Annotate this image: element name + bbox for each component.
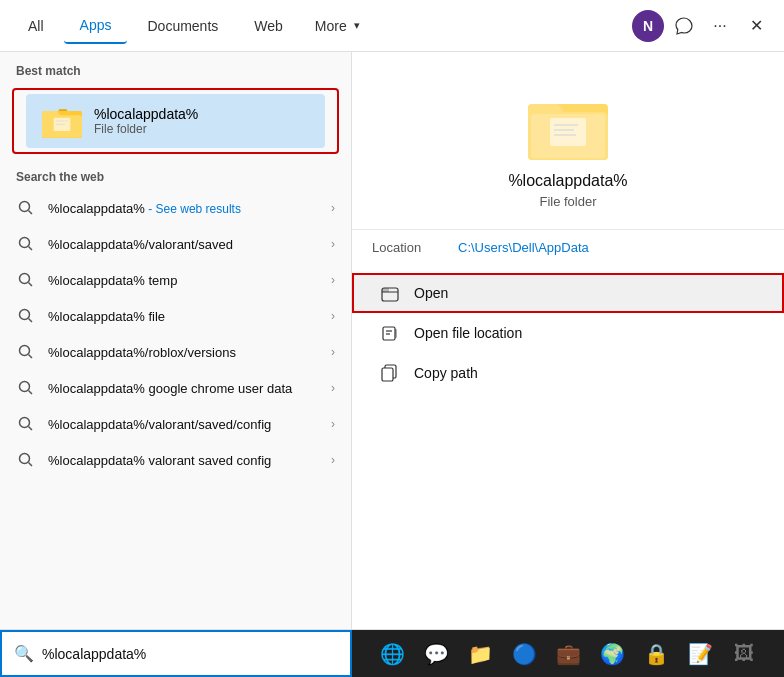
copy-icon <box>380 363 400 383</box>
open-icon <box>380 283 400 303</box>
search-item-text-0: %localappdata% - See web results <box>48 201 319 216</box>
chevron-right-icon: › <box>331 453 335 467</box>
search-magnifier-icon <box>16 342 36 362</box>
taskbar-icon-vpn[interactable]: 🔒 <box>638 636 674 672</box>
action-label-2: Copy path <box>414 365 478 381</box>
taskbar-icon-watermark[interactable]: 🖼 <box>726 636 762 672</box>
svg-point-9 <box>20 238 30 248</box>
search-magnifier-icon <box>16 414 36 434</box>
tab-documents[interactable]: Documents <box>131 8 234 44</box>
taskbar: 🌐💬📁🔵💼🌍🔒📝🖼 <box>352 630 784 677</box>
taskbar-icon-earth[interactable]: 🌍 <box>594 636 630 672</box>
main-container: Best match <box>0 52 784 629</box>
location-label: Location <box>372 240 442 255</box>
taskbar-icon-slack[interactable]: 💼 <box>550 636 586 672</box>
ellipsis-icon[interactable]: ··· <box>704 10 736 42</box>
preview-folder-icon <box>528 92 608 160</box>
svg-line-14 <box>29 319 33 323</box>
search-item-4[interactable]: %localappdata%/roblox/versions› <box>0 334 351 370</box>
preview-subtitle: File folder <box>539 194 596 209</box>
chevron-right-icon: › <box>331 309 335 323</box>
more-chevron-icon: ▾ <box>354 19 360 32</box>
search-item-7[interactable]: %localappdata% valorant saved config› <box>0 442 351 478</box>
right-panel: %localappdata% File folder Location C:\U… <box>352 52 784 629</box>
search-item-text-7: %localappdata% valorant saved config <box>48 453 319 468</box>
svg-point-19 <box>20 418 30 428</box>
feedback-icon[interactable] <box>668 10 700 42</box>
tab-more[interactable]: More ▾ <box>303 12 372 40</box>
action-item-copy-path[interactable]: Copy path <box>352 353 784 393</box>
chevron-right-icon: › <box>331 273 335 287</box>
tab-web[interactable]: Web <box>238 8 299 44</box>
chevron-right-icon: › <box>331 417 335 431</box>
folder-preview: %localappdata% File folder <box>508 92 627 209</box>
chevron-right-icon: › <box>331 237 335 251</box>
svg-rect-36 <box>382 368 393 381</box>
svg-rect-25 <box>550 118 586 146</box>
folder-icon <box>42 104 82 138</box>
search-item-5[interactable]: %localappdata% google chrome user data› <box>0 370 351 406</box>
best-match-info: %localappdata% File folder <box>94 106 198 136</box>
preview-title: %localappdata% <box>508 172 627 190</box>
best-match-title: %localappdata% <box>94 106 198 122</box>
svg-line-18 <box>29 391 33 395</box>
chevron-right-icon: › <box>331 345 335 359</box>
search-item-text-6: %localappdata%/valorant/saved/config <box>48 417 319 432</box>
svg-point-17 <box>20 382 30 392</box>
tab-all[interactable]: All <box>12 8 60 44</box>
search-item-text-2: %localappdata% temp <box>48 273 319 288</box>
svg-line-12 <box>29 283 33 287</box>
search-item-text-5: %localappdata% google chrome user data <box>48 381 319 396</box>
action-label-1: Open file location <box>414 325 522 341</box>
search-magnifier-icon <box>16 450 36 470</box>
search-item-2[interactable]: %localappdata% temp› <box>0 262 351 298</box>
svg-point-7 <box>20 202 30 212</box>
action-item-open-file location[interactable]: Open file location <box>352 313 784 353</box>
search-icon: 🔍 <box>14 644 34 663</box>
svg-point-11 <box>20 274 30 284</box>
search-magnifier-icon <box>16 306 36 326</box>
taskbar-icon-chrome[interactable]: 🔵 <box>506 636 542 672</box>
search-magnifier-icon <box>16 378 36 398</box>
search-item-text-3: %localappdata% file <box>48 309 319 324</box>
taskbar-icon-teams[interactable]: 💬 <box>418 636 454 672</box>
svg-rect-32 <box>395 329 397 338</box>
svg-line-8 <box>29 211 33 215</box>
svg-rect-3 <box>59 109 67 111</box>
search-magnifier-icon <box>16 270 36 290</box>
search-bar[interactable]: 🔍 %localappdata% <box>0 630 352 677</box>
svg-point-15 <box>20 346 30 356</box>
tab-apps[interactable]: Apps <box>64 8 128 44</box>
user-avatar[interactable]: N <box>632 10 664 42</box>
location-path-link[interactable]: C:\Users\Dell\AppData <box>458 240 589 255</box>
search-item-text-1: %localappdata%/valorant/saved <box>48 237 319 252</box>
best-match-subtitle: File folder <box>94 122 198 136</box>
svg-line-16 <box>29 355 33 359</box>
action-label-0: Open <box>414 285 448 301</box>
search-magnifier-icon <box>16 198 36 218</box>
taskbar-icon-explorer[interactable]: 📁 <box>462 636 498 672</box>
action-item-open[interactable]: Open <box>352 273 784 313</box>
taskbar-icon-word[interactable]: 📝 <box>682 636 718 672</box>
left-panel: Best match <box>0 52 352 629</box>
svg-point-21 <box>20 454 30 464</box>
best-match-border: %localappdata% File folder <box>12 88 339 154</box>
svg-rect-30 <box>382 288 389 292</box>
svg-line-22 <box>29 463 33 467</box>
best-match-item[interactable]: %localappdata% File folder <box>26 94 325 148</box>
search-item-text-4: %localappdata%/roblox/versions <box>48 345 319 360</box>
svg-line-10 <box>29 247 33 251</box>
search-item-6[interactable]: %localappdata%/valorant/saved/config› <box>0 406 351 442</box>
search-items-list: %localappdata% - See web results›%locala… <box>0 190 351 478</box>
best-match-label: Best match <box>0 52 351 84</box>
search-input[interactable]: %localappdata% <box>42 646 338 662</box>
search-item-3[interactable]: %localappdata% file› <box>0 298 351 334</box>
search-item-1[interactable]: %localappdata%/valorant/saved› <box>0 226 351 262</box>
search-web-label: Search the web <box>0 158 351 190</box>
close-icon[interactable]: ✕ <box>740 10 772 42</box>
chevron-right-icon: › <box>331 381 335 395</box>
taskbar-icon-edge[interactable]: 🌐 <box>374 636 410 672</box>
bottom-bar: 🔍 %localappdata% 🌐💬📁🔵💼🌍🔒📝🖼 <box>0 629 784 677</box>
search-item-0[interactable]: %localappdata% - See web results› <box>0 190 351 226</box>
svg-point-13 <box>20 310 30 320</box>
